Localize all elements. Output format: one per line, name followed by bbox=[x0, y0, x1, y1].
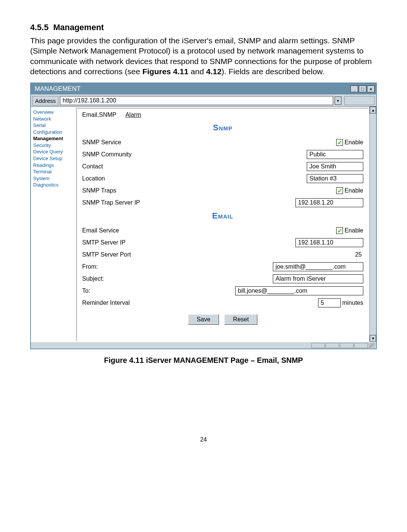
page-number: 24 bbox=[30, 436, 377, 443]
row-snmp-traps: SNMP Traps ✓ Enable bbox=[82, 185, 363, 197]
snmp-contact-label: Contact bbox=[82, 163, 103, 170]
sidebar-item-device-setup[interactable]: Device Setup bbox=[33, 155, 74, 162]
scroll-up-icon[interactable]: ▴ bbox=[370, 107, 376, 113]
row-snmp-trap-server: SNMP Trap Server IP 192.168.1.20 bbox=[82, 197, 363, 209]
scroll-down-icon[interactable]: ▾ bbox=[370, 335, 376, 342]
sidebar-item-system[interactable]: System bbox=[33, 175, 74, 182]
snmp-service-enable-text: Enable bbox=[344, 139, 363, 146]
button-row: Save Reset bbox=[82, 314, 363, 325]
snmp-trap-server-input[interactable]: 192.168.1.20 bbox=[295, 198, 363, 207]
row-email-from: From: joe.smith@________.com bbox=[82, 261, 363, 273]
reset-button[interactable]: Reset bbox=[224, 314, 257, 325]
reminder-label: Reminder Interval bbox=[82, 300, 130, 306]
tab-email-snmp[interactable]: Email,SNMP bbox=[82, 112, 116, 118]
row-smtp-ip: SMTP Server IP 192.168.1.10 bbox=[82, 237, 363, 249]
window-title: MANAGEMENT bbox=[35, 85, 81, 93]
email-service-enable-text: Enable bbox=[344, 227, 363, 234]
save-button[interactable]: Save bbox=[188, 314, 219, 325]
sidebar-item-terminal[interactable]: Terminal bbox=[33, 168, 74, 175]
from-input[interactable]: joe.smith@________.com bbox=[273, 262, 363, 271]
reminder-unit: minutes bbox=[342, 300, 363, 306]
sidebar-item-overview[interactable]: Overview bbox=[33, 109, 74, 116]
close-button[interactable]: × bbox=[367, 86, 375, 92]
email-service-checkbox[interactable]: ✓ bbox=[336, 227, 343, 234]
email-heading: Email bbox=[82, 211, 363, 221]
address-dropdown-icon[interactable]: ▾ bbox=[335, 96, 341, 105]
snmp-traps-label: SNMP Traps bbox=[82, 187, 116, 194]
smtp-ip-label: SMTP Server IP bbox=[82, 239, 125, 246]
smtp-ip-input[interactable]: 192.168.1.10 bbox=[295, 238, 363, 247]
sidebar-item-device-query[interactable]: Device Query bbox=[33, 148, 74, 155]
doc-paragraph: This page provides the configuration of … bbox=[30, 35, 377, 76]
row-snmp-community: SNMP Community Public bbox=[82, 148, 363, 161]
sidebar-item-management[interactable]: Management bbox=[33, 135, 74, 142]
minimize-button[interactable]: _ bbox=[350, 86, 358, 92]
reminder-input[interactable]: 5 bbox=[318, 298, 341, 307]
tab-alarm[interactable]: Alarm bbox=[125, 112, 141, 118]
snmp-trap-server-label: SNMP Trap Server IP bbox=[82, 199, 140, 206]
window-titlebar: MANAGEMENT _ □ × bbox=[31, 83, 376, 95]
from-label: From: bbox=[82, 263, 98, 270]
to-label: To: bbox=[82, 287, 90, 294]
snmp-location-label: Location bbox=[82, 175, 105, 182]
row-snmp-contact: Contact Joe Smith bbox=[82, 161, 363, 173]
sidebar-item-network[interactable]: Network bbox=[33, 116, 74, 122]
status-box bbox=[326, 343, 339, 348]
window-controls: _ □ × bbox=[350, 86, 375, 92]
smtp-port-label: SMTP Server Port bbox=[82, 251, 131, 258]
snmp-service-checkbox[interactable]: ✓ bbox=[336, 139, 343, 146]
subject-label: Subject: bbox=[82, 275, 104, 282]
row-snmp-location: Location Station #3 bbox=[82, 173, 363, 185]
sidebar-item-configuration[interactable]: Configuration bbox=[33, 129, 74, 136]
row-snmp-service: SNMP Service ✓ Enable bbox=[82, 136, 363, 148]
address-label: Address bbox=[32, 96, 58, 105]
address-toolbar-spacer bbox=[344, 96, 375, 105]
smtp-port-value: 25 bbox=[355, 251, 363, 258]
snmp-traps-checkbox[interactable]: ✓ bbox=[336, 187, 343, 194]
sidebar-item-readings[interactable]: Readings bbox=[33, 162, 74, 169]
to-input[interactable]: bill.jones@________.com bbox=[235, 286, 363, 295]
status-box bbox=[354, 343, 368, 348]
row-smtp-port: SMTP Server Port 25 bbox=[82, 249, 363, 261]
status-bar bbox=[31, 342, 376, 349]
row-reminder-interval: Reminder Interval 5 minutes bbox=[82, 297, 363, 309]
sidebar-item-diagnostics[interactable]: Diagnostics bbox=[33, 182, 74, 188]
figure-caption: Figure 4.11 iServer MANAGEMENT Page – Em… bbox=[30, 356, 377, 365]
row-email-subject: Subject: Alarm from iServer bbox=[82, 273, 363, 285]
subject-input[interactable]: Alarm from iServer bbox=[273, 274, 363, 283]
sidebar-item-serial[interactable]: Serial bbox=[33, 122, 74, 129]
status-box bbox=[311, 343, 325, 348]
snmp-contact-input[interactable]: Joe Smith bbox=[307, 162, 363, 171]
form-area: Email,SNMP Alarm Snmp SNMP Service ✓ Ena… bbox=[76, 108, 369, 341]
snmp-service-label: SNMP Service bbox=[82, 139, 121, 146]
row-email-service: Email Service ✓ Enable bbox=[82, 225, 363, 237]
snmp-traps-enable-text: Enable bbox=[344, 187, 363, 194]
snmp-location-input[interactable]: Station #3 bbox=[307, 174, 363, 183]
window-body: Overview Network Serial Configuration Ma… bbox=[31, 107, 376, 342]
snmp-community-input[interactable]: Public bbox=[307, 150, 363, 159]
snmp-heading: Snmp bbox=[82, 123, 363, 133]
snmp-community-label: SNMP Community bbox=[82, 151, 132, 158]
browser-window: MANAGEMENT _ □ × Address http://192.168.… bbox=[30, 83, 377, 349]
maximize-button[interactable]: □ bbox=[359, 86, 366, 92]
sidebar-item-security[interactable]: Security bbox=[33, 142, 74, 149]
vertical-scrollbar[interactable]: ▴ ▾ bbox=[369, 107, 376, 342]
row-email-to: To: bill.jones@________.com bbox=[82, 285, 363, 297]
address-bar: Address http://192.168.1.200 ▾ bbox=[31, 95, 376, 107]
tabs: Email,SNMP Alarm bbox=[82, 109, 363, 121]
address-input[interactable]: http://192.168.1.200 bbox=[60, 96, 333, 105]
status-box bbox=[340, 343, 353, 348]
doc-section-heading: 4.5.5 Management bbox=[30, 23, 377, 32]
window-resizer-icon[interactable] bbox=[369, 343, 375, 348]
email-service-label: Email Service bbox=[82, 227, 119, 234]
sidebar: Overview Network Serial Configuration Ma… bbox=[31, 107, 76, 342]
